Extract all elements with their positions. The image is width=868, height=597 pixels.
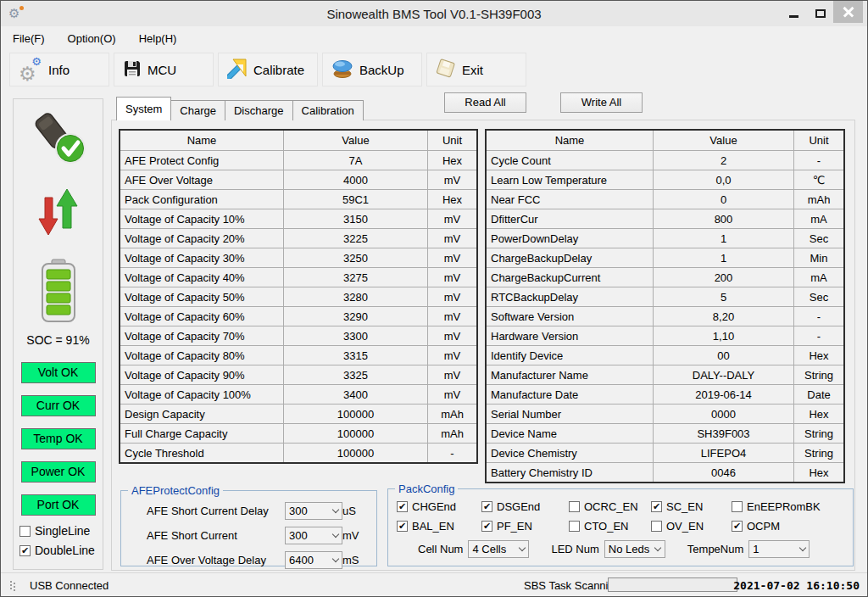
pack-config-checkbox[interactable]: OV_EN: [651, 520, 732, 533]
tab[interactable]: Charge: [170, 100, 225, 120]
param-value[interactable]: 3225: [283, 229, 427, 248]
param-value[interactable]: 4000: [283, 170, 427, 189]
param-value[interactable]: DALY--DALY: [653, 365, 793, 384]
close-button[interactable]: [833, 1, 863, 23]
minimize-button[interactable]: [781, 1, 807, 26]
status-ok-button[interactable]: Volt OK: [21, 362, 96, 383]
checkbox-box[interactable]: [569, 521, 580, 532]
checkbox-box[interactable]: [481, 501, 492, 512]
select-dropdown[interactable]: 1: [748, 540, 810, 558]
table-row: Voltage of Capacity 10% 3150 mV: [120, 209, 476, 228]
checkbox-box[interactable]: [569, 501, 580, 512]
param-value[interactable]: 3280: [283, 287, 427, 306]
pack-config-select: TempeNum 1: [687, 540, 810, 558]
exit-button[interactable]: Exit: [426, 53, 526, 86]
checkbox-box[interactable]: [481, 521, 492, 532]
pack-config-checkbox[interactable]: BAL_EN: [397, 520, 481, 533]
checkbox-label: OV_EN: [666, 520, 704, 533]
pack-config-checkbox[interactable]: PF_EN: [481, 520, 569, 533]
param-value[interactable]: 3300: [283, 326, 427, 345]
info-button[interactable]: ⚙⚙ Info: [9, 53, 109, 86]
tab[interactable]: System: [116, 97, 171, 120]
chevron-down-icon[interactable]: [329, 503, 342, 519]
line-mode-checkbox[interactable]: DoubleLine: [19, 544, 95, 557]
status-ok-button[interactable]: Curr OK: [21, 395, 96, 416]
param-value[interactable]: 1: [653, 248, 793, 267]
param-value[interactable]: 7A: [283, 151, 427, 170]
param-value[interactable]: 3250: [283, 248, 427, 267]
menu-item[interactable]: Option(O): [68, 32, 116, 45]
param-value[interactable]: 100000: [283, 405, 427, 423]
tab[interactable]: Calibration: [292, 100, 364, 120]
param-value[interactable]: 1,10: [653, 326, 793, 345]
afe-config-dropdown[interactable]: 300: [285, 502, 342, 520]
param-value[interactable]: 00: [653, 346, 793, 365]
checkbox-box[interactable]: [19, 526, 31, 537]
calibrate-button[interactable]: Calibrate: [218, 53, 318, 86]
param-value[interactable]: 100000: [283, 424, 427, 443]
checkbox-box[interactable]: [732, 521, 743, 532]
param-value[interactable]: 8,20: [653, 307, 793, 326]
param-value[interactable]: 3315: [283, 346, 427, 365]
param-unit: mAh: [427, 424, 476, 443]
status-ok-button[interactable]: Port OK: [21, 494, 96, 516]
param-value[interactable]: 0046: [653, 463, 793, 482]
write-all-button[interactable]: Write All: [560, 92, 643, 113]
tab[interactable]: Discharge: [225, 100, 293, 120]
param-value[interactable]: 3400: [283, 385, 427, 404]
status-ok-button[interactable]: Power OK: [21, 461, 96, 483]
afe-config-dropdown[interactable]: 6400: [285, 551, 342, 569]
menu-item[interactable]: File(F): [13, 32, 45, 45]
param-value[interactable]: 2019-06-14: [653, 385, 793, 404]
status-ok-button[interactable]: Temp OK: [21, 428, 96, 449]
chevron-down-icon[interactable]: [329, 552, 342, 568]
checkbox-box[interactable]: [397, 521, 408, 532]
checkbox-box[interactable]: [651, 521, 662, 532]
param-value[interactable]: 0,0: [653, 170, 793, 189]
select-dropdown[interactable]: 4 Cells: [468, 540, 529, 558]
select-dropdown[interactable]: No Leds: [604, 540, 665, 558]
param-name: Software Version: [487, 307, 653, 326]
param-value[interactable]: 2: [653, 151, 793, 170]
param-unit: -: [427, 444, 476, 462]
pack-config-checkbox[interactable]: DSGEnd: [481, 500, 569, 513]
param-value[interactable]: LIFEPO4: [653, 444, 793, 462]
pack-config-checkbox[interactable]: EnEEPRomBK: [732, 500, 853, 513]
checkbox-box[interactable]: [19, 545, 31, 556]
param-value[interactable]: 3275: [283, 268, 427, 287]
chevron-down-icon[interactable]: [652, 541, 665, 557]
backup-button[interactable]: BackUp: [322, 53, 422, 86]
line-mode-checkbox[interactable]: SingleLine: [19, 524, 95, 538]
checkbox-box[interactable]: [397, 501, 408, 512]
pack-config-checkbox[interactable]: SC_EN: [651, 500, 732, 513]
param-value[interactable]: 0000: [653, 405, 793, 423]
param-value[interactable]: 800: [653, 209, 793, 228]
param-value[interactable]: 5: [653, 287, 793, 306]
chevron-down-icon[interactable]: [515, 541, 528, 557]
pack-config-checkbox[interactable]: OCPM: [732, 520, 853, 533]
mcu-button[interactable]: MCU: [114, 53, 214, 86]
param-value[interactable]: 1: [653, 229, 793, 248]
param-value[interactable]: 200: [653, 268, 793, 287]
param-value[interactable]: 3150: [283, 209, 427, 228]
param-value[interactable]: 3325: [283, 365, 427, 384]
param-value[interactable]: 100000: [283, 444, 427, 462]
pack-config-checkbox[interactable]: CTO_EN: [569, 520, 651, 533]
task-progress-bar: [608, 577, 737, 592]
checkbox-box[interactable]: [651, 501, 662, 512]
pack-config-checkbox[interactable]: CHGEnd: [397, 500, 481, 513]
param-value[interactable]: SH39F003: [653, 424, 793, 443]
param-value[interactable]: 59C1: [283, 190, 427, 209]
param-value[interactable]: 3290: [283, 307, 427, 326]
afe-config-dropdown[interactable]: 300: [285, 527, 342, 544]
param-value[interactable]: 0: [653, 190, 793, 209]
menu-item[interactable]: Help(H): [139, 32, 177, 45]
maximize-button[interactable]: [807, 1, 833, 26]
transfer-arrows-icon: [37, 187, 80, 240]
param-name: AFE Over Voltage: [120, 170, 283, 189]
chevron-down-icon[interactable]: [796, 541, 809, 557]
read-all-button[interactable]: Read All: [444, 92, 526, 113]
checkbox-box[interactable]: [732, 501, 743, 512]
pack-config-checkbox[interactable]: OCRC_EN: [569, 500, 651, 513]
chevron-down-icon[interactable]: [329, 527, 342, 544]
